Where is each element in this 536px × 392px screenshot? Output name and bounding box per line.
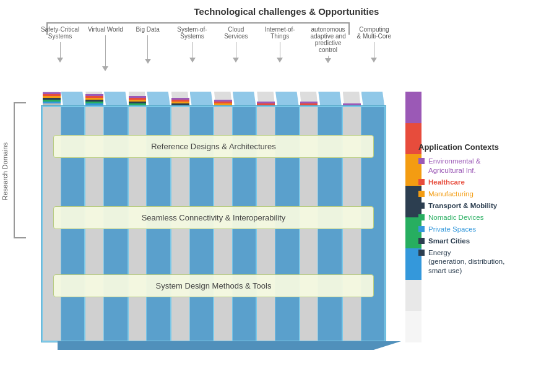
box-system-design: System Design Methods & Tools	[53, 274, 374, 297]
context-nomadic: Nomadic Devices	[418, 213, 533, 222]
context-environmental: Environmental & Agricultural Inf.	[418, 157, 533, 175]
context-private-spaces: Private Spaces	[418, 225, 533, 234]
page-title: Technological challenges & Opportunities	[43, 6, 530, 17]
label-autonomous: autonomous adaptive and predictive contr…	[306, 26, 350, 71]
nomadic-color-indicator	[418, 214, 425, 220]
private-color-indicator	[418, 226, 425, 232]
smart-cities-color-indicator	[418, 238, 425, 244]
research-domains-label: Research Domains	[1, 142, 9, 201]
context-transport: Transport & Mobility	[418, 201, 533, 211]
label-system-of-systems: System-of-Systems	[170, 26, 215, 71]
label-big-data: Big Data	[129, 26, 166, 71]
context-healthcare: Healthcare	[418, 178, 533, 187]
env-color-indicator	[418, 158, 425, 164]
label-virtual-world: Virtual World	[85, 26, 126, 71]
diagram-bottom-3d	[58, 341, 401, 350]
energy-color-indicator	[418, 250, 425, 256]
top-labels-container: Safety-Critical Systems Virtual World Bi…	[38, 26, 394, 71]
box-connectivity: Seamless Connectivity & Interoperability	[53, 206, 374, 229]
diagram-wrapper: Reference Designs & Architectures Seamle…	[24, 92, 401, 342]
transport-color-indicator	[418, 203, 425, 209]
label-computing: Computing & Multi-Core	[354, 26, 394, 71]
main-container: Technological challenges & Opportunities…	[0, 0, 536, 392]
context-manufacturing: Manufacturing	[418, 189, 533, 199]
manufacturing-color-indicator	[418, 191, 425, 197]
context-energy: Energy (generation, distribution, smart …	[418, 248, 533, 276]
app-contexts-title: Application Contexts	[418, 142, 533, 152]
color-flags	[41, 92, 386, 105]
label-safety-critical: Safety-Critical Systems	[38, 26, 82, 71]
label-iot: Internet-of-Things	[257, 26, 302, 71]
box-reference-designs: Reference Designs & Architectures	[53, 135, 374, 158]
context-smart-cities: Smart Cities	[418, 237, 533, 246]
label-cloud-services: Cloud Services	[218, 26, 254, 71]
healthcare-color-indicator	[418, 179, 425, 185]
app-contexts-panel: Application Contexts Environmental & Agr…	[418, 142, 533, 278]
